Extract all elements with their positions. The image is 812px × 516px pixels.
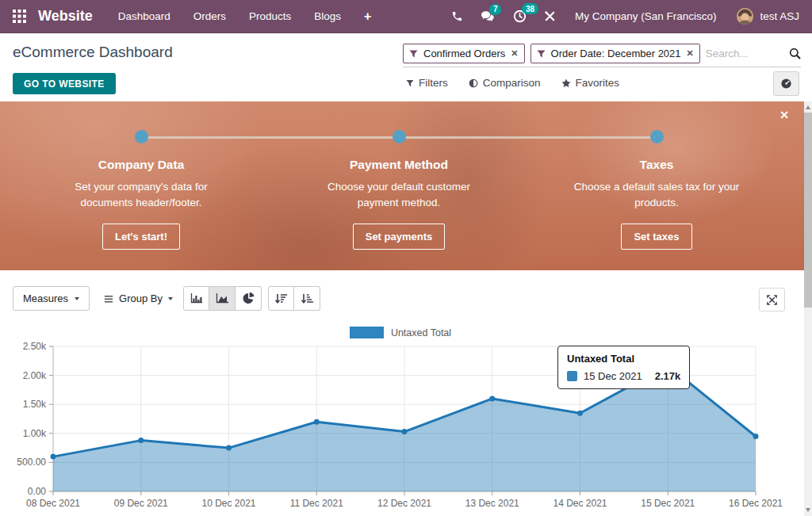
lets-start-button[interactable]: Let's start! (102, 224, 180, 250)
comparison-dropdown[interactable]: Comparison (469, 77, 541, 89)
phone-icon[interactable] (451, 10, 463, 22)
svg-text:14 Dec 2021: 14 Dec 2021 (553, 498, 607, 509)
apps-grid-icon[interactable] (13, 10, 26, 23)
onboarding-step-dot-payment[interactable] (393, 130, 406, 143)
scrollbar-down-arrow-icon[interactable] (806, 508, 810, 512)
messages-icon[interactable]: 7 (481, 10, 496, 23)
area-chart-icon (215, 292, 230, 304)
svg-text:0.00: 0.00 (28, 486, 47, 497)
sort-ascending-button[interactable] (294, 286, 320, 311)
svg-text:2.50k: 2.50k (23, 341, 47, 352)
bar-chart-icon (190, 292, 204, 304)
svg-text:12 Dec 2021: 12 Dec 2021 (377, 498, 431, 509)
nav-item-orders[interactable]: Orders (193, 10, 226, 22)
onboarding-banner: ✕ Company Data Set your company's data f… (0, 101, 804, 270)
tools-icon[interactable] (544, 10, 556, 22)
chart-legend[interactable]: Untaxed Total (0, 327, 801, 338)
measures-dropdown[interactable]: Measures (13, 286, 90, 311)
svg-text:11 Dec 2021: 11 Dec 2021 (290, 498, 343, 509)
pie-chart-button[interactable] (236, 286, 262, 311)
sort-amount-desc-icon (274, 293, 288, 304)
company-switcher[interactable]: My Company (San Francisco) (575, 10, 717, 22)
chart-toolbar: Measures Group By (13, 286, 320, 311)
filters-funnel-icon (406, 79, 414, 87)
favorites-dropdown[interactable]: Favorites (561, 77, 620, 89)
svg-text:15 Dec 2021: 15 Dec 2021 (641, 498, 695, 509)
onboarding-step-company-data: Company Data Set your company's data for… (22, 158, 260, 250)
scrollbar-up-arrow-icon[interactable] (806, 105, 810, 109)
star-icon (561, 78, 571, 88)
svg-text:08 Dec 2021: 08 Dec 2021 (26, 498, 80, 509)
onboarding-step-dot-company[interactable] (135, 130, 148, 143)
tooltip-row: 15 Dec 2021 2.17k (567, 370, 680, 382)
search-icon[interactable] (789, 48, 801, 59)
svg-text:16 Dec 2021: 16 Dec 2021 (729, 498, 783, 509)
banner-close-icon[interactable]: ✕ (779, 109, 789, 121)
legend-label: Untaxed Total (391, 327, 451, 338)
go-to-website-button[interactable]: GO TO WEBSITE (13, 73, 116, 94)
new-content-button[interactable]: + (364, 10, 371, 24)
activities-count-badge: 38 (522, 3, 538, 14)
set-payments-button[interactable]: Set payments (353, 224, 446, 250)
facet-remove-icon[interactable]: ✕ (687, 48, 694, 59)
search-input[interactable] (706, 48, 789, 59)
svg-text:1.50k: 1.50k (23, 399, 47, 410)
tooltip-value: 2.17k (642, 370, 681, 382)
tooltip-swatch (567, 371, 577, 381)
list-icon (104, 294, 113, 304)
step-description: Choose your default customer payment met… (307, 179, 491, 212)
group-by-dropdown[interactable]: Group By (104, 292, 173, 304)
set-taxes-button[interactable]: Set taxes (621, 224, 691, 250)
navbar-right: 7 38 My Company (San Francisco) (434, 8, 799, 25)
messages-count-badge: 7 (489, 4, 502, 15)
tooltip-title: Untaxed Total (567, 353, 680, 365)
step-description: Choose a default sales tax for your prod… (554, 179, 759, 212)
search-options-row: Filters Comparison Favorites (406, 77, 640, 89)
svg-text:1.00k: 1.00k (23, 428, 47, 439)
chevron-down-icon (75, 297, 79, 300)
user-menu[interactable]: test ASJ (737, 8, 799, 25)
activities-clock-icon[interactable]: 38 (513, 10, 527, 23)
chevron-down-icon (168, 297, 173, 300)
svg-text:13 Dec 2021: 13 Dec 2021 (465, 498, 519, 509)
user-name: test ASJ (760, 10, 799, 22)
nav-item-products[interactable]: Products (249, 10, 291, 22)
onboarding-step-dot-taxes[interactable] (650, 130, 664, 143)
filter-funnel-icon (537, 50, 546, 58)
onboarding-steps: Company Data Set your company's data for… (22, 158, 776, 250)
search-facet-confirmed-orders[interactable]: Confirmed Orders ✕ (403, 44, 525, 63)
nav-item-dashboard[interactable]: Dashboard (118, 10, 170, 22)
chart-type-group (183, 286, 262, 311)
scrollbar-thumb[interactable] (804, 113, 812, 308)
chart-tooltip: Untaxed Total 15 Dec 2021 2.17k (557, 346, 690, 389)
svg-text:2.00k: 2.00k (23, 370, 47, 381)
vertical-scrollbar[interactable] (804, 101, 812, 516)
filter-funnel-icon (409, 50, 418, 58)
facet-remove-icon[interactable]: ✕ (511, 48, 518, 59)
search-bar[interactable]: Confirmed Orders ✕ Order Date: December … (403, 40, 801, 67)
search-facet-order-date[interactable]: Order Date: December 2021 ✕ (530, 44, 700, 63)
tooltip-label: 15 Dec 2021 (584, 370, 642, 382)
svg-text:10 Dec 2021: 10 Dec 2021 (201, 498, 255, 509)
legend-swatch (350, 327, 384, 338)
step-title: Taxes (538, 158, 776, 172)
page-title: eCommerce Dashboard (13, 44, 173, 61)
nav-item-blogs[interactable]: Blogs (314, 10, 341, 22)
avatar (737, 8, 753, 25)
top-navbar: Website Dashboard Orders Products Blogs … (0, 0, 812, 33)
svg-text:09 Dec 2021: 09 Dec 2021 (114, 498, 168, 509)
tachometer-icon (780, 78, 792, 90)
sort-descending-button[interactable] (268, 286, 294, 311)
app-brand[interactable]: Website (38, 8, 93, 25)
comparison-adjust-icon (469, 78, 478, 88)
onboarding-step-payment-method: Payment Method Choose your default custo… (280, 158, 518, 250)
filters-dropdown[interactable]: Filters (406, 77, 448, 89)
step-title: Payment Method (280, 158, 518, 172)
expand-arrows-icon (766, 294, 778, 306)
bar-chart-button[interactable] (183, 286, 209, 311)
svg-text:500.00: 500.00 (17, 457, 46, 468)
dashboard-view-switcher-button[interactable] (773, 71, 799, 96)
expand-chart-button[interactable] (759, 288, 785, 312)
sort-amount-asc-icon (301, 293, 314, 304)
area-chart-button[interactable] (209, 286, 236, 311)
